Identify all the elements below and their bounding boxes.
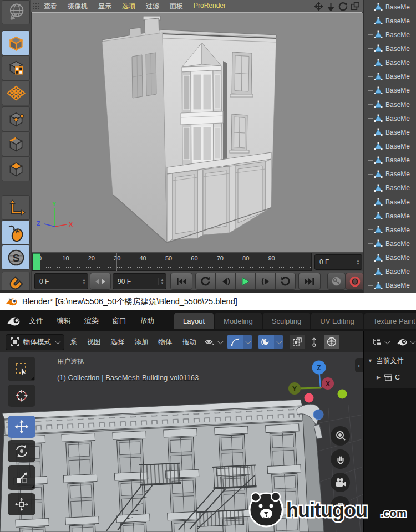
toggle-view-icon[interactable] xyxy=(351,2,360,11)
points-mode-button[interactable] xyxy=(2,106,30,131)
workspace-tab[interactable]: Modeling xyxy=(215,313,262,329)
c4d-menu-item[interactable]: 显示 xyxy=(98,2,111,11)
gizmo-axis-neg-z[interactable] xyxy=(313,410,323,420)
editor-type-dropdown[interactable] xyxy=(394,335,414,349)
viewport-menu-item[interactable]: 视图 xyxy=(87,337,101,347)
select-box-tool[interactable] xyxy=(8,357,35,381)
object-list-item[interactable]: BaseMe xyxy=(364,209,416,223)
snap-tool-button[interactable] xyxy=(2,272,30,293)
object-list-item[interactable]: BaseMe xyxy=(364,237,416,250)
object-list-item[interactable]: BaseMe xyxy=(364,139,416,153)
object-list-item[interactable]: BaseMe xyxy=(364,265,416,279)
object-list-item[interactable]: BaseMe xyxy=(364,42,416,55)
range-start-spinner[interactable]: 0 F▲▼ xyxy=(34,273,88,289)
gizmo-pivot-button[interactable] xyxy=(307,335,322,349)
navigation-gizmo[interactable]: Z X Y xyxy=(277,355,355,427)
viewport-menu-item[interactable]: 添加 xyxy=(135,337,149,347)
object-list-item[interactable]: BaseMe xyxy=(364,167,416,181)
object-list-item[interactable]: BaseMe xyxy=(364,195,416,209)
rotate-view-icon[interactable] xyxy=(338,2,348,11)
c4d-menu-item[interactable]: 过滤 xyxy=(146,2,159,11)
blender-menu-item[interactable]: 窗口 xyxy=(112,316,126,326)
object-list-item[interactable]: BaseMe xyxy=(364,56,416,70)
object-list-item[interactable]: BaseMe xyxy=(364,84,416,98)
outliner-collection-row[interactable]: ▶ C xyxy=(364,369,416,386)
proportional-edit-group[interactable] xyxy=(258,335,284,349)
c4d-menu-item[interactable]: 选项 xyxy=(122,2,135,11)
c4d-menu-item[interactable]: 查看 xyxy=(44,2,57,11)
select-visibility-dropdown[interactable] xyxy=(202,335,222,349)
simulate-tool-button[interactable]: S xyxy=(2,245,30,270)
mouse-tool-button[interactable] xyxy=(2,220,30,245)
object-list-item[interactable]: BaseMe xyxy=(364,0,416,14)
prev-frame-button[interactable] xyxy=(215,273,236,290)
pan-view-button[interactable] xyxy=(331,449,350,469)
workspace-tab[interactable]: Sculpting xyxy=(263,313,310,329)
menu-grip[interactable] xyxy=(33,3,40,9)
autokey-button[interactable] xyxy=(346,273,364,290)
c4d-menu-item[interactable]: 摄像机 xyxy=(68,2,88,11)
timeline-ruler-strip[interactable]: 0102030405060708090 xyxy=(32,253,312,271)
move-tool[interactable] xyxy=(8,416,35,438)
outliner-filter-dropdown[interactable] xyxy=(369,335,389,349)
goto-end-button[interactable] xyxy=(298,273,321,290)
object-list-item[interactable]: BaseMe xyxy=(364,98,416,111)
viewport-menu-item[interactable]: 物体 xyxy=(159,337,173,347)
grid-plane-button[interactable] xyxy=(2,80,30,105)
object-list-item[interactable]: BaseMe xyxy=(364,279,416,293)
axis-mode-button[interactable] xyxy=(2,195,30,220)
blender-menu-item[interactable]: 文件 xyxy=(29,316,43,326)
workspace-tab[interactable]: Layout xyxy=(174,313,214,329)
polygon-mode-button[interactable] xyxy=(2,156,30,181)
frame-step-buttons[interactable] xyxy=(90,273,111,290)
overlays-toggle-button[interactable] xyxy=(324,335,339,349)
sidebar-collapse-tab[interactable]: ‹ xyxy=(355,358,363,372)
cursor-tool[interactable] xyxy=(8,385,35,407)
object-list-item[interactable]: BaseMe xyxy=(364,125,416,139)
gizmo-axis-neg-y[interactable] xyxy=(338,390,347,399)
timeline-playhead[interactable] xyxy=(33,253,40,270)
transform-tool[interactable] xyxy=(8,493,35,515)
zoom-view-button[interactable] xyxy=(331,426,350,446)
workspace-tab[interactable]: Texture Paint xyxy=(364,313,416,329)
object-list-item[interactable]: BaseMe xyxy=(364,70,416,84)
goto-start-button[interactable] xyxy=(170,273,192,290)
c4d-menu-item[interactable]: ProRender xyxy=(194,2,226,11)
gizmo-axis-neg-x[interactable] xyxy=(305,393,314,403)
windows-titlebar[interactable]: Blender* [G:\new\5506_50个楼房建筑\Blend_5506… xyxy=(0,293,416,311)
globe-tool-button[interactable] xyxy=(2,0,30,24)
disclosure-right-icon[interactable]: ▶ xyxy=(377,375,381,380)
rotate-tool[interactable] xyxy=(8,440,35,462)
current-frame-spinner[interactable]: 0 F▲▼ xyxy=(314,254,362,270)
viewport-menu-item[interactable]: 拖动 xyxy=(182,337,196,347)
edge-mode-button[interactable] xyxy=(2,131,30,156)
object-list-item[interactable]: BaseMe xyxy=(364,154,416,167)
play-button[interactable] xyxy=(235,273,256,290)
workspace-tab[interactable]: UV Editing xyxy=(311,313,363,329)
mode-dropdown[interactable]: 物体模式 xyxy=(6,334,64,350)
next-frame-button[interactable] xyxy=(255,273,276,290)
prev-key-button[interactable] xyxy=(195,273,216,290)
c4d-viewport[interactable]: Y Z X xyxy=(32,12,362,252)
blender-menu-item[interactable]: 编辑 xyxy=(57,316,71,326)
object-list-item[interactable]: BaseMe xyxy=(364,14,416,28)
object-list-item[interactable]: BaseMe xyxy=(364,181,416,195)
snap-toggle-group[interactable] xyxy=(227,335,253,349)
record-key-button[interactable] xyxy=(327,273,346,290)
outliner-current-file[interactable]: ▼ 当前文件 xyxy=(364,352,416,369)
texture-mode-button[interactable] xyxy=(2,55,30,80)
object-list-item[interactable]: BaseMe xyxy=(364,28,416,42)
next-key-button[interactable] xyxy=(275,273,296,290)
blender-menu-logo-icon[interactable] xyxy=(7,315,21,327)
object-list-item[interactable]: BaseMe xyxy=(364,251,416,265)
gizmo-toggle-button[interactable] xyxy=(290,335,305,349)
blender-menu-item[interactable]: 帮助 xyxy=(140,316,154,326)
object-list-item[interactable]: BaseMe xyxy=(364,111,416,125)
dolly-view-icon[interactable] xyxy=(326,2,336,11)
make-editable-button[interactable] xyxy=(2,30,30,55)
pan-view-icon[interactable] xyxy=(314,2,323,11)
viewport-menu-item[interactable]: 选择 xyxy=(111,337,125,347)
scale-tool[interactable] xyxy=(8,466,35,490)
disclosure-down-icon[interactable]: ▼ xyxy=(368,358,373,364)
blender-menu-item[interactable]: 渲染 xyxy=(84,316,99,326)
